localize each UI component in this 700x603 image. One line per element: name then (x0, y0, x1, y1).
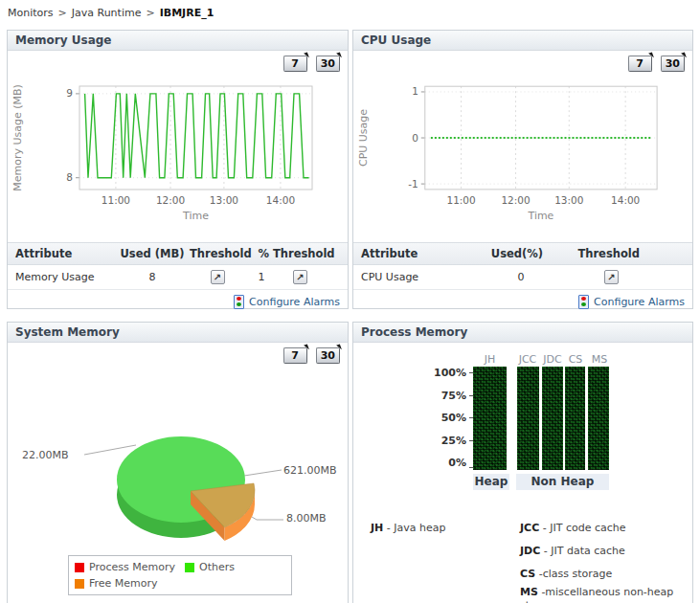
svg-text:12:00: 12:00 (501, 194, 530, 206)
bar-jdc (542, 367, 563, 470)
used-mb-value: 8 (115, 271, 190, 283)
traffic-light-icon (234, 295, 244, 309)
col-threshold: Threshold (190, 247, 245, 260)
col-threshold: Threshold (577, 247, 692, 260)
legend-swatch-green (185, 563, 194, 572)
group-label-non-heap: Non Heap (516, 474, 609, 490)
bar-category-jcc: JCC (514, 353, 541, 365)
bar-ms (588, 367, 609, 470)
ytick-0: 0% (428, 457, 466, 469)
definition-jh: JH - Java heap (371, 522, 445, 534)
legend-swatch-red (75, 563, 84, 572)
bar-jcc (517, 367, 539, 470)
bar-category-jdc: JDC (540, 353, 565, 365)
bar-category-jh: JH (473, 353, 507, 365)
edit-pct-threshold-icon[interactable]: ↗ (293, 270, 307, 284)
cpu-usage-panel-title: CPU Usage (353, 31, 692, 51)
history-flag-icon (336, 52, 342, 58)
definition-jdc: JDC - JIT data cache (520, 545, 689, 558)
ytick-25: 25% (428, 435, 466, 447)
history-flag-icon (304, 52, 309, 58)
svg-text:1: 1 (412, 85, 418, 97)
svg-text:14:00: 14:00 (611, 194, 640, 206)
svg-text:0: 0 (412, 132, 418, 144)
svg-text:Time: Time (528, 210, 554, 222)
range-30-label: 30 (321, 349, 335, 362)
cpu-usage-table-header: Attribute Used(%) Threshold (353, 242, 692, 265)
svg-text:13:00: 13:00 (554, 194, 583, 206)
svg-text:12:00: 12:00 (156, 194, 185, 206)
history-flag-icon (336, 344, 342, 350)
legend-item-process-memory: Process Memory (75, 561, 175, 573)
svg-text:9: 9 (66, 87, 73, 99)
svg-text:13:00: 13:00 (210, 194, 238, 206)
legend-label: Process Memory (89, 561, 175, 573)
svg-text:Time: Time (182, 210, 209, 222)
range-30-days-button[interactable]: 30 (661, 56, 685, 72)
breadcrumb-monitors[interactable]: Monitors (8, 7, 54, 19)
range-30-days-button[interactable]: 30 (316, 56, 340, 72)
cpu-usage-table: Attribute Used(%) Threshold CPU Usage 0 … (353, 242, 692, 313)
system-memory-panel-title: System Memory (8, 323, 348, 343)
history-flag-icon (648, 52, 654, 58)
range-30-label: 30 (321, 57, 335, 70)
col-attribute: Attribute (353, 247, 457, 260)
memory-usage-table-header: Attribute Used (MB) Threshold % Threshol… (8, 242, 348, 265)
memory-usage-table: Attribute Used (MB) Threshold % Threshol… (8, 242, 348, 313)
pct-threshold-value: 1 (245, 271, 278, 283)
legend-label: Others (199, 561, 235, 573)
used-pct-value: 0 (459, 271, 583, 283)
bar-category-ms: MS (588, 353, 611, 365)
range-30-days-button[interactable]: 30 (316, 347, 340, 364)
edit-threshold-icon[interactable]: ↗ (604, 270, 619, 284)
definition-jcc: JCC - JIT code cache (520, 522, 689, 535)
range-30-label: 30 (666, 57, 680, 70)
memory-usage-panel: Memory Usage 7 30 11:0012:0013:0014:0098… (7, 30, 349, 309)
legend-item-free-memory: Free Memory (75, 577, 158, 590)
system-memory-range-buttons: 7 30 (283, 347, 340, 364)
breadcrumb-separator: > (146, 7, 154, 19)
cpu-usage-panel: CPU Usage 7 30 11:0012:0013:0014:0010-1C… (352, 30, 693, 309)
memory-usage-table-row: Memory Usage 8 ↗ 1 ↗ (8, 265, 348, 290)
range-7-label: 7 (291, 57, 299, 70)
svg-text:Memory Usage (MB): Memory Usage (MB) (11, 84, 24, 191)
pie-label-process-memory: 22.00MB (22, 449, 69, 461)
col-used-pct: Used(%) (457, 247, 578, 260)
page: Monitors>Java Runtime>IBMJRE_1 Memory Us… (0, 0, 700, 603)
breadcrumb-current-monitor: IBMJRE_1 (160, 7, 215, 19)
breadcrumb-java-runtime[interactable]: Java Runtime (72, 7, 142, 19)
svg-text:CPU Usage: CPU Usage (357, 109, 370, 167)
memory-usage-line-chart: 11:0012:0013:0014:0098Memory Usage (MB)T… (8, 75, 350, 232)
process-memory-panel: Process Memory JH JCC JDC CS MS 100% 75%… (352, 322, 693, 603)
ytick-75: 75% (428, 390, 466, 402)
process-memory-panel-title: Process Memory (353, 323, 692, 343)
breadcrumb: Monitors>Java Runtime>IBMJRE_1 (8, 7, 214, 19)
legend-swatch-orange (75, 579, 84, 589)
memory-configure-alarms-row: Configure Alarms (8, 290, 348, 313)
attribute-name: CPU Usage (353, 271, 459, 283)
pie-label-others: 621.00MB (283, 464, 337, 477)
cpu-configure-alarms-row: Configure Alarms (353, 290, 692, 313)
memory-usage-panel-title: Memory Usage (8, 31, 348, 51)
range-7-days-button[interactable]: 7 (283, 347, 307, 364)
cpu-configure-alarms-link[interactable]: Configure Alarms (594, 296, 685, 308)
traffic-light-icon (578, 295, 589, 309)
memory-usage-range-buttons: 7 30 (283, 56, 340, 72)
svg-text:8: 8 (66, 171, 73, 183)
cpu-usage-table-row: CPU Usage 0 ↗ (353, 265, 692, 290)
memory-configure-alarms-link[interactable]: Configure Alarms (249, 296, 340, 308)
col-pct-threshold: % Threshold (245, 247, 348, 260)
system-memory-pie-chart (8, 418, 350, 576)
history-flag-icon (304, 344, 309, 350)
cpu-usage-line-chart: 11:0012:0013:0014:0010-1CPU UsageTime (353, 75, 694, 232)
bar-category-cs: CS (565, 353, 586, 365)
range-7-days-button[interactable]: 7 (283, 56, 307, 72)
svg-text:11:00: 11:00 (102, 194, 130, 206)
edit-threshold-icon[interactable]: ↗ (211, 270, 225, 284)
system-memory-panel: System Memory 7 30 22.00MB 621.00MB 8.00… (7, 322, 349, 603)
range-7-label: 7 (291, 349, 299, 362)
legend-label: Free Memory (89, 577, 158, 590)
group-label-heap: Heap (473, 474, 509, 490)
range-7-days-button[interactable]: 7 (628, 56, 652, 72)
bar-jh (473, 367, 507, 470)
